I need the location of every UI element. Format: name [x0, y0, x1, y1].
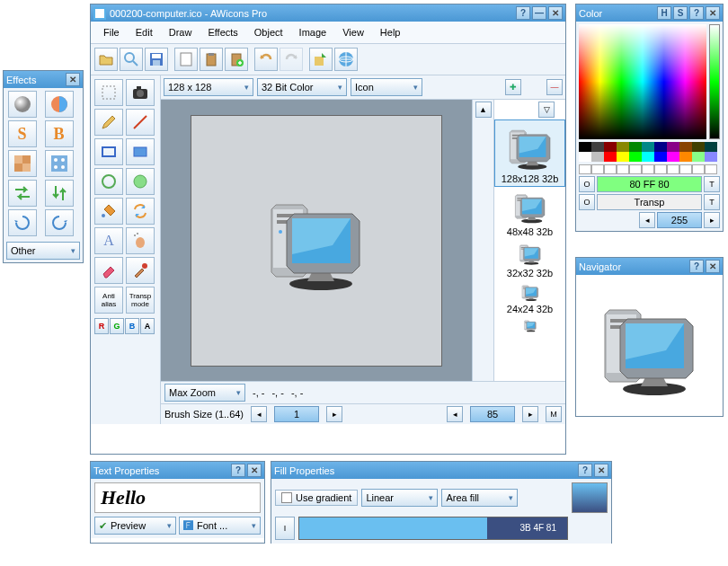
- brush-inc[interactable]: ▸: [326, 406, 342, 422]
- navigator-help[interactable]: ?: [689, 260, 704, 273]
- color-h-button[interactable]: H: [657, 6, 671, 20]
- menu-image[interactable]: Image: [292, 24, 334, 40]
- menu-edit[interactable]: Edit: [129, 24, 160, 40]
- channel-r[interactable]: R: [94, 318, 109, 334]
- hscroll-m[interactable]: M: [546, 406, 562, 422]
- brush-dec[interactable]: ◂: [251, 406, 267, 422]
- lightness-slider[interactable]: [709, 24, 720, 139]
- size-dropdown[interactable]: 128 x 128: [164, 78, 253, 96]
- format-down-button[interactable]: ▽: [538, 102, 555, 118]
- fillprops-close[interactable]: ✕: [594, 464, 608, 477]
- new-doc-icon[interactable]: [174, 48, 198, 71]
- gradient-type-dropdown[interactable]: Linear: [361, 489, 438, 507]
- alpha-inc[interactable]: ▸: [704, 212, 720, 228]
- format-32[interactable]: 32x32 32b: [494, 239, 565, 280]
- fillprops-help[interactable]: ?: [578, 464, 592, 477]
- type-dropdown[interactable]: Icon: [351, 78, 422, 96]
- menu-draw[interactable]: Draw: [162, 24, 200, 40]
- effect-pattern-icon[interactable]: [45, 150, 74, 177]
- rect-fill-tool-icon[interactable]: [126, 138, 155, 165]
- save-icon[interactable]: [145, 48, 168, 71]
- transpmode-toggle[interactable]: Transp mode: [126, 287, 155, 314]
- menu-help[interactable]: Help: [373, 24, 408, 40]
- menu-file[interactable]: File: [96, 24, 127, 40]
- font-button[interactable]: 🅵Font ...: [179, 517, 261, 535]
- effect-color-sphere-icon[interactable]: [45, 91, 74, 118]
- textprops-close[interactable]: ✕: [247, 464, 262, 477]
- effect-swap-h-icon[interactable]: [8, 180, 37, 207]
- menu-object[interactable]: Object: [247, 24, 290, 40]
- bucket-tool-icon[interactable]: [94, 198, 123, 225]
- add-format-button[interactable]: ✚: [505, 79, 521, 95]
- bg-t[interactable]: T: [704, 194, 720, 210]
- channel-a[interactable]: A: [140, 318, 155, 334]
- format-more[interactable]: [494, 316, 565, 336]
- channel-g[interactable]: G: [110, 318, 124, 334]
- undo-icon[interactable]: [254, 48, 278, 71]
- use-gradient-check[interactable]: Use gradient: [275, 490, 358, 506]
- format-up-button[interactable]: ▲: [475, 102, 492, 118]
- close-button[interactable]: ✕: [548, 6, 563, 20]
- alpha-dec[interactable]: ◂: [639, 212, 655, 228]
- effects-close-icon[interactable]: ✕: [66, 73, 80, 86]
- color-close-button[interactable]: ✕: [706, 6, 720, 20]
- text-tool-icon[interactable]: A: [94, 227, 123, 254]
- fill-mode-dropdown[interactable]: Area fill: [441, 489, 518, 507]
- web-icon[interactable]: [334, 48, 358, 71]
- effect-shadow-icon[interactable]: S: [8, 120, 37, 147]
- effect-bold-icon[interactable]: B: [45, 120, 74, 147]
- open-icon[interactable]: [94, 48, 118, 71]
- effect-sphere-icon[interactable]: [8, 91, 37, 118]
- remove-format-button[interactable]: —: [546, 79, 563, 95]
- color-s-button[interactable]: S: [673, 6, 688, 20]
- replace-tool-icon[interactable]: [126, 198, 155, 225]
- colordepth-dropdown[interactable]: 32 Bit Color: [257, 78, 347, 96]
- alpha-value[interactable]: 255: [657, 212, 702, 228]
- fg-hex[interactable]: 80 FF 80: [597, 176, 702, 192]
- color-picker[interactable]: [579, 24, 706, 139]
- textprops-help[interactable]: ?: [231, 464, 245, 477]
- circle-fill-tool-icon[interactable]: [126, 168, 155, 195]
- navigator-view[interactable]: [576, 275, 723, 416]
- effect-rotate-left-icon[interactable]: [8, 209, 37, 236]
- gradient-i[interactable]: I: [275, 517, 295, 540]
- minimize-button[interactable]: —: [532, 6, 546, 20]
- spray-tool-icon[interactable]: [126, 227, 155, 254]
- eyedropper-tool-icon[interactable]: [126, 257, 155, 284]
- format-24[interactable]: 24x24 32b: [494, 280, 565, 316]
- navigator-close[interactable]: ✕: [706, 260, 720, 273]
- preview-button[interactable]: ✔Preview: [94, 517, 176, 535]
- effects-dropdown[interactable]: Other: [6, 242, 80, 260]
- hscroll-left[interactable]: ◂: [447, 406, 463, 422]
- effect-rotate-right-icon[interactable]: [45, 209, 74, 236]
- help-button[interactable]: ?: [516, 6, 530, 20]
- canvas[interactable]: [191, 115, 442, 367]
- zoom-dropdown[interactable]: Max Zoom: [164, 384, 245, 402]
- hscroll-right[interactable]: ▸: [522, 406, 538, 422]
- line-tool-icon[interactable]: [126, 109, 155, 136]
- fg-o[interactable]: O: [579, 176, 595, 192]
- effect-checker-icon[interactable]: [8, 150, 37, 177]
- search-icon[interactable]: [120, 48, 143, 71]
- channel-b[interactable]: B: [125, 318, 139, 334]
- effect-swap-v-icon[interactable]: [45, 180, 74, 207]
- rect-tool-icon[interactable]: [94, 138, 123, 165]
- format-128[interactable]: 128x128 32b: [494, 119, 565, 187]
- bg-transp[interactable]: Transp: [597, 194, 702, 210]
- eraser-tool-icon[interactable]: [94, 257, 123, 284]
- gradient-bar[interactable]: 3B 4F 81: [298, 517, 568, 540]
- fg-t[interactable]: T: [704, 176, 720, 192]
- hscroll-value[interactable]: 85: [470, 406, 515, 422]
- swatch[interactable]: [579, 142, 591, 152]
- clipboard-icon[interactable]: [200, 48, 223, 71]
- antialias-toggle[interactable]: Anti alias: [94, 287, 123, 314]
- camera-tool-icon[interactable]: [126, 79, 155, 106]
- bg-o[interactable]: O: [579, 194, 595, 210]
- pencil-tool-icon[interactable]: [94, 109, 123, 136]
- color-help-button[interactable]: ?: [689, 6, 704, 20]
- select-tool-icon[interactable]: [94, 79, 123, 106]
- menu-effects[interactable]: Effects: [200, 24, 244, 40]
- redo-icon[interactable]: [280, 48, 303, 71]
- clipboard-add-icon[interactable]: [225, 48, 248, 71]
- brush-value[interactable]: 1: [274, 406, 319, 422]
